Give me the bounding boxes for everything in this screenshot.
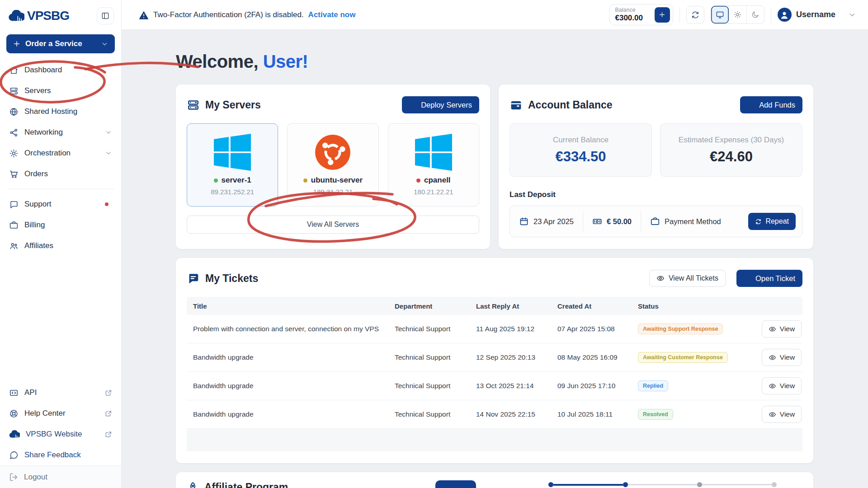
affiliate-cta-button[interactable]	[435, 480, 476, 488]
ticket-last-reply: 14 Nov 2025 22:15	[470, 410, 551, 418]
sidebar: VPSBG Order a Service Dashboard Servers …	[0, 0, 122, 488]
main-area: Two-Factor Authentication (2FA) is disab…	[122, 0, 868, 488]
view-all-servers-button[interactable]: View All Servers	[187, 216, 479, 234]
users-icon	[9, 241, 19, 251]
ticket-title: Bandwidth upgrade	[187, 382, 388, 390]
windows-logo-icon	[213, 134, 252, 171]
theme-dark-button[interactable]	[746, 6, 764, 23]
user-menu[interactable]: Username	[778, 8, 856, 22]
deposit-date: 23 Apr 2025	[510, 216, 583, 226]
sidebar-item-label: Servers	[24, 86, 51, 95]
external-link-icon	[105, 389, 112, 396]
affiliate-program-card: Affiliate Program	[176, 472, 813, 488]
chevron-down-icon	[848, 11, 856, 19]
sidebar-item-orders[interactable]: Orders	[5, 164, 117, 184]
sidebar-item-api[interactable]: API	[5, 382, 117, 403]
col-department: Department	[388, 302, 470, 310]
ubuntu-logo-icon	[315, 135, 350, 170]
col-created: Created At	[551, 302, 632, 310]
sidebar-item-vpsbg-website[interactable]: VPSBG Website	[5, 424, 117, 445]
sidebar-item-shared-hosting[interactable]: Shared Hosting	[5, 101, 117, 122]
sidebar-item-billing[interactable]: Billing	[5, 215, 117, 235]
sidebar-header: VPSBG	[0, 0, 121, 27]
view-label: View	[780, 382, 795, 390]
balance-label: Balance	[615, 7, 643, 13]
sidebar-item-servers[interactable]: Servers	[5, 80, 117, 101]
ticket-title: Problem with connection and server, conn…	[187, 325, 388, 333]
logout-button[interactable]: Logout	[0, 465, 121, 488]
theme-light-button[interactable]	[729, 6, 746, 23]
view-ticket-button[interactable]: View	[762, 320, 802, 338]
server-icon	[187, 99, 200, 112]
sidebar-item-label: API	[24, 388, 37, 397]
server-ip: 89.231.252.21	[211, 188, 254, 196]
col-last-reply: Last Reply At	[470, 302, 551, 310]
ticket-title: Bandwidth upgrade	[187, 353, 388, 361]
sidebar-item-label: VPSBG Website	[26, 430, 82, 439]
plus-icon	[409, 101, 417, 109]
view-label: View	[780, 410, 795, 418]
deposit-method: Payment Method	[641, 216, 730, 226]
current-balance-value: €334.50	[555, 149, 606, 165]
step-dot	[697, 482, 702, 487]
account-balance-card: Account Balance Add Funds Current Balanc…	[499, 84, 813, 249]
sidebar-collapse-button[interactable]	[97, 7, 114, 24]
sidebar-item-support[interactable]: Support	[5, 194, 117, 215]
refresh-button[interactable]	[686, 6, 704, 24]
twofa-alert-text: Two-Factor Authentication (2FA) is disab…	[153, 10, 304, 19]
activate-now-link[interactable]: Activate now	[308, 10, 356, 19]
my-tickets-card: My Tickets View All Tickets Open Ticket …	[176, 258, 813, 463]
cloud-logo-icon	[8, 10, 24, 22]
current-balance-box: Current Balance €334.50	[509, 123, 652, 177]
deposit-method-label: Payment Method	[665, 217, 721, 226]
chevron-down-icon	[105, 150, 112, 157]
topbar-divider	[771, 7, 771, 23]
sidebar-item-networking[interactable]: Networking	[5, 122, 117, 143]
rocket-icon	[187, 481, 199, 488]
ticket-title: Bandwidth upgrade	[187, 410, 388, 418]
open-ticket-label: Open Ticket	[755, 274, 795, 283]
status-badge: Resolved	[638, 409, 673, 420]
open-ticket-button[interactable]: Open Ticket	[736, 270, 802, 287]
sidebar-item-help-center[interactable]: Help Center	[5, 403, 117, 424]
view-ticket-button[interactable]: View	[762, 349, 802, 366]
sidebar-item-affiliates[interactable]: Affiliates	[5, 235, 117, 256]
server-tile-server-1[interactable]: server-1 89.231.252.21	[187, 123, 278, 206]
view-label: View	[780, 325, 795, 333]
add-balance-button[interactable]	[655, 7, 670, 23]
theme-system-button[interactable]	[711, 6, 729, 23]
sidebar-item-orchestration[interactable]: Orchestration	[5, 143, 117, 164]
eye-icon	[769, 411, 776, 418]
code-icon	[9, 388, 19, 398]
sidebar-item-label: Orchestration	[24, 149, 71, 158]
view-all-tickets-button[interactable]: View All Tickets	[649, 270, 726, 287]
ticket-row: Bandwidth upgrade Technical Support 14 N…	[187, 400, 802, 429]
sidebar-item-dashboard[interactable]: Dashboard	[5, 60, 117, 80]
ticket-created: 10 Jul 2025 18:11	[551, 410, 632, 418]
speech-bubble-icon	[9, 450, 19, 460]
sidebar-item-label: Help Center	[24, 409, 66, 418]
view-ticket-button[interactable]: View	[762, 406, 802, 423]
server-tile-ubuntu-server[interactable]: ubuntu-server 189.31.22.21	[287, 123, 378, 206]
order-service-button[interactable]: Order a Service	[6, 34, 115, 53]
server-ip: 189.31.22.21	[313, 188, 353, 196]
last-deposit-heading: Last Deposit	[509, 190, 802, 199]
refresh-icon	[691, 10, 700, 19]
add-funds-button[interactable]: Add Funds	[740, 96, 802, 113]
server-tile-cpanell[interactable]: cpanell 180.21.22.21	[388, 123, 479, 206]
lifebuoy-icon	[9, 409, 19, 418]
logout-label: Logout	[24, 473, 47, 482]
plus-icon	[744, 275, 751, 282]
sidebar-item-share-feedback[interactable]: Share Feedback	[5, 445, 117, 465]
view-ticket-button[interactable]: View	[762, 377, 802, 394]
brand-logo[interactable]: VPSBG	[8, 9, 69, 23]
deploy-servers-button[interactable]: Deploy Servers	[402, 96, 479, 113]
welcome-username: User!	[263, 52, 308, 71]
briefcase-icon	[9, 221, 19, 230]
status-dot	[416, 178, 420, 183]
gear-icon	[9, 149, 19, 158]
balance-stats: Current Balance €334.50 Estimated Expens…	[509, 123, 802, 177]
top-cards-row: My Servers Deploy Servers server-1	[176, 84, 813, 249]
repeat-deposit-button[interactable]: Repeat	[748, 213, 796, 230]
deposit-amount-value: € 50.00	[607, 217, 632, 226]
